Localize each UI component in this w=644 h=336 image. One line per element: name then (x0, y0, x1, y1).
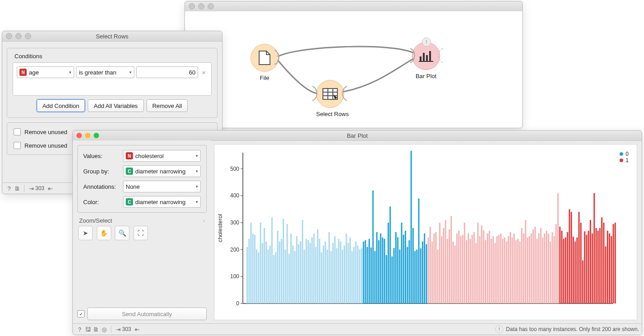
svg-rect-201 (582, 261, 583, 303)
color-label: Color: (83, 199, 123, 205)
canvas-node-file[interactable]: File (251, 44, 279, 81)
chart-area[interactable]: 0100200300400500cholesterol 0 1 (214, 144, 637, 320)
legend-item-1: 1 (625, 157, 629, 163)
canvas-node-select-rows[interactable]: Select Rows (316, 80, 349, 117)
svg-rect-200 (580, 223, 582, 303)
svg-rect-30 (256, 250, 257, 303)
svg-rect-58 (309, 243, 311, 303)
svg-rect-39 (273, 255, 275, 303)
svg-rect-142 (469, 239, 471, 303)
svg-rect-151 (487, 233, 488, 303)
svg-rect-197 (574, 242, 576, 303)
help-icon[interactable]: ? (5, 185, 13, 192)
help-icon[interactable]: ? (76, 326, 84, 333)
fit-tool[interactable]: ⛶ (133, 226, 148, 240)
svg-rect-65 (323, 246, 324, 303)
svg-rect-166 (516, 240, 517, 303)
pan-tool[interactable]: ✋ (97, 226, 111, 240)
values-select[interactable]: Ncholesterol▾ (123, 150, 201, 162)
remove-all-button[interactable]: Remove All (147, 99, 188, 112)
svg-rect-182 (546, 231, 547, 303)
canvas-titlebar[interactable] (185, 1, 522, 12)
svg-rect-187 (555, 224, 557, 303)
pointer-tool[interactable]: ➤ (78, 226, 93, 240)
svg-rect-204 (588, 231, 589, 303)
remove-condition-icon[interactable]: × (200, 69, 208, 76)
svg-rect-208 (596, 228, 597, 303)
send-auto-button[interactable]: Send Automatically (87, 308, 207, 320)
reset-icon[interactable]: ◎ (100, 326, 108, 333)
svg-rect-148 (481, 225, 483, 303)
svg-rect-95 (380, 233, 381, 303)
remove-unused-1-checkbox[interactable]: ✓ (14, 128, 21, 135)
svg-rect-171 (525, 220, 526, 303)
svg-rect-44 (283, 219, 284, 303)
svg-rect-141 (468, 233, 469, 303)
svg-rect-214 (607, 231, 608, 303)
svg-rect-98 (386, 255, 387, 303)
condition-operator-select[interactable]: is greater than▾ (76, 66, 134, 78)
svg-rect-211 (601, 217, 602, 303)
svg-rect-111 (411, 151, 412, 303)
svg-rect-176 (535, 227, 536, 303)
chevron-right-icon[interactable]: › (203, 217, 205, 224)
svg-rect-79 (350, 238, 351, 303)
report-icon[interactable]: 🗎 (92, 326, 100, 333)
svg-rect-140 (466, 240, 467, 303)
svg-rect-86 (363, 242, 364, 303)
svg-rect-36 (267, 250, 269, 303)
canvas-node-file-label: File (251, 75, 279, 81)
svg-rect-73 (338, 239, 339, 303)
svg-rect-83 (357, 246, 359, 303)
add-condition-button[interactable]: Add Condition (37, 99, 85, 112)
condition-variable-select[interactable]: Nage▾ (17, 66, 74, 78)
save-icon[interactable]: 🖫 (84, 326, 92, 333)
add-all-variables-button[interactable]: Add All Variables (88, 99, 143, 112)
svg-rect-128 (443, 228, 444, 303)
svg-rect-180 (542, 238, 544, 303)
svg-rect-135 (456, 233, 458, 303)
svg-rect-191 (563, 239, 564, 303)
traffic-min[interactable] (198, 3, 204, 9)
svg-rect-62 (317, 229, 318, 303)
canvas-window: File Select Rows Bar Plot ! (185, 1, 523, 128)
traffic-close[interactable] (189, 3, 195, 9)
conditions-list: Nage▾ is greater than▾ 60 × (13, 62, 212, 96)
svg-rect-178 (538, 233, 540, 303)
canvas-node-barplot[interactable]: Bar Plot ! (412, 42, 440, 79)
svg-rect-100 (389, 206, 391, 303)
svg-rect-101 (391, 257, 393, 303)
input-arrow-icon: ⇥ (27, 185, 35, 192)
svg-rect-34 (264, 228, 265, 303)
report-icon[interactable]: 🗎 (13, 185, 21, 192)
chart-legend: 0 1 (615, 148, 633, 166)
zoom-tool[interactable]: 🔍 (115, 226, 129, 240)
svg-rect-164 (511, 238, 513, 303)
svg-rect-207 (593, 193, 595, 303)
svg-rect-26 (248, 239, 250, 303)
traffic-max[interactable] (208, 3, 214, 9)
canvas-area[interactable]: File Select Rows Bar Plot ! (185, 11, 522, 128)
svg-rect-161 (506, 242, 507, 303)
condition-value-input[interactable]: 60 (136, 66, 198, 78)
svg-rect-92 (374, 251, 376, 303)
select-rows-titlebar[interactable]: Select Rows (2, 31, 222, 42)
groupby-select[interactable]: Cdiameter narrowing▾ (123, 165, 201, 177)
svg-rect-203 (586, 235, 587, 303)
svg-rect-88 (367, 247, 368, 303)
barplot-title: Bar Plot (73, 132, 642, 139)
svg-rect-144 (474, 232, 475, 303)
barplot-titlebar[interactable]: Bar Plot (73, 131, 642, 141)
send-auto-checkbox[interactable]: ✓ (77, 310, 85, 317)
svg-rect-50 (294, 251, 295, 303)
svg-rect-147 (479, 236, 480, 303)
svg-rect-199 (578, 212, 580, 303)
svg-rect-115 (418, 198, 419, 303)
annotations-select[interactable]: None▾ (123, 181, 201, 192)
svg-rect-55 (303, 250, 305, 303)
svg-rect-46 (287, 224, 288, 303)
color-select[interactable]: Cdiameter narrowing▾ (123, 196, 201, 208)
remove-unused-1-label: Remove unused (24, 129, 67, 135)
svg-rect-193 (567, 232, 568, 303)
remove-unused-2-checkbox[interactable]: ✓ (14, 142, 21, 149)
